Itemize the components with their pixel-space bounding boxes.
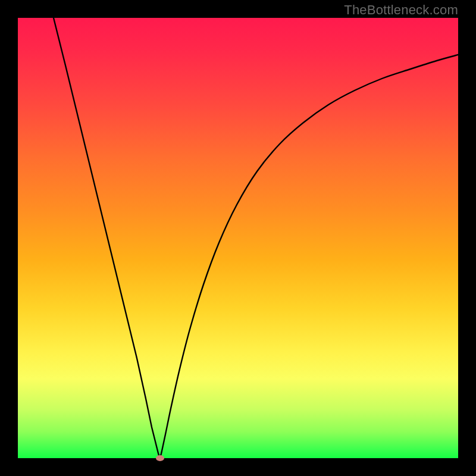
curve-left-branch (54, 18, 160, 458)
chart-frame: TheBottleneck.com (0, 0, 476, 476)
minimum-marker-icon (156, 455, 164, 461)
bottleneck-curve (18, 18, 458, 458)
curve-right-branch (160, 55, 458, 458)
plot-area (18, 18, 458, 458)
watermark-text: TheBottleneck.com (344, 2, 458, 18)
